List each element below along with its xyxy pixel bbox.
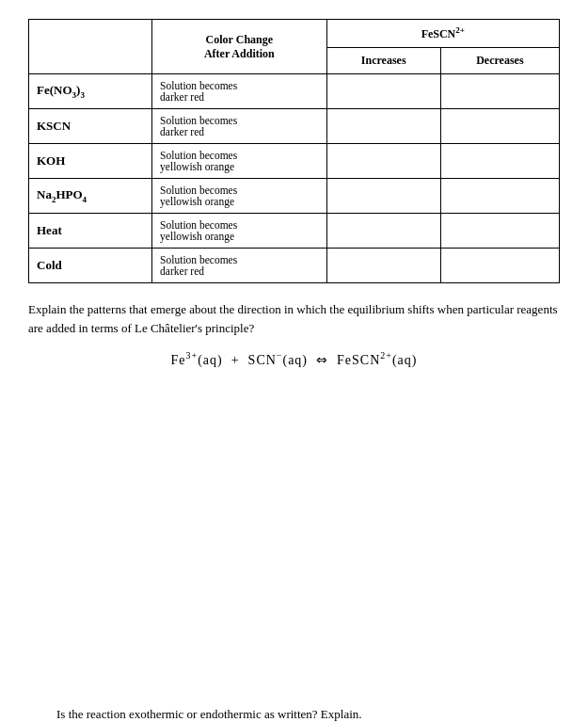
explanation-text: Explain the patterns that emerge about t… — [28, 300, 560, 337]
color-cell: Solution becomesyellowish orange — [152, 179, 326, 214]
header-empty-1 — [29, 20, 152, 74]
color-cell: Solution becomesdarker red — [152, 74, 326, 109]
reagent-cell: Fe(NO3)3 — [29, 74, 152, 109]
data-table: Color Change After Addition FeSCN2+ Incr… — [28, 19, 560, 283]
reagent-cell: KOH — [29, 144, 152, 179]
table-row: Cold Solution becomesdarker red — [29, 249, 560, 283]
table-row: Fe(NO3)3 Solution becomesdarker red — [29, 74, 560, 109]
table-row: KOH Solution becomesyellowish orange — [29, 144, 560, 179]
table-row: KSCN Solution becomesdarker red — [29, 109, 560, 144]
decreases-cell — [440, 74, 559, 109]
increases-cell — [326, 109, 440, 144]
header-increases: Increases — [326, 48, 440, 74]
header-color-change: Color Change After Addition — [152, 20, 326, 74]
table-row: Heat Solution becomesyellowish orange — [29, 214, 560, 249]
increases-cell — [326, 144, 440, 179]
header-decreases: Decreases — [440, 48, 559, 74]
color-cell: Solution becomesyellowish orange — [152, 214, 326, 249]
decreases-cell — [440, 144, 559, 179]
page: Color Change After Addition FeSCN2+ Incr… — [28, 19, 560, 722]
decreases-cell — [440, 109, 559, 144]
color-cell: Solution becomesdarker red — [152, 249, 326, 283]
chemical-equation: Fe3+(aq) + SCN−(aq) ⇔ FeSCN2+(aq) — [28, 350, 560, 368]
header-row-1: Color Change After Addition FeSCN2+ — [29, 20, 560, 48]
increases-cell — [326, 74, 440, 109]
color-cell: Solution becomesyellowish orange — [152, 144, 326, 179]
table-row: Na2HPO4 Solution becomesyellowish orange — [29, 179, 560, 214]
increases-cell — [326, 249, 440, 283]
reagent-cell: Cold — [29, 249, 152, 283]
reagent-cell: Heat — [29, 214, 152, 249]
color-cell: Solution becomesdarker red — [152, 109, 326, 144]
increases-cell — [326, 214, 440, 249]
header-fescn: FeSCN2+ — [326, 20, 559, 48]
decreases-cell — [440, 249, 559, 283]
table-wrapper: Color Change After Addition FeSCN2+ Incr… — [28, 19, 560, 283]
reagent-cell: Na2HPO4 — [29, 179, 152, 214]
reagent-cell: KSCN — [29, 109, 152, 144]
increases-cell — [326, 179, 440, 214]
decreases-cell — [440, 179, 559, 214]
decreases-cell — [440, 214, 559, 249]
bottom-question: Is the reaction exothermic or endothermi… — [56, 707, 532, 722]
